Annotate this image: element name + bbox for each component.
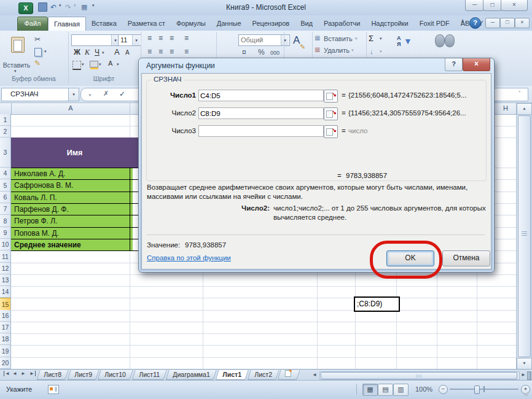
table-header-cell[interactable]: Имя bbox=[11, 138, 146, 168]
row-header[interactable]: 17 bbox=[0, 322, 11, 333]
zoom-slider-thumb[interactable] bbox=[474, 385, 480, 394]
insert-cells-label[interactable]: Вставить bbox=[324, 35, 353, 42]
underline-dropdown-icon[interactable]: ▾ bbox=[102, 50, 104, 55]
macro-record-icon[interactable] bbox=[48, 385, 59, 394]
autosum-icon[interactable]: Σ bbox=[369, 34, 374, 43]
select-all-corner[interactable] bbox=[0, 103, 12, 115]
arg1-range-selector[interactable]: ↘ bbox=[324, 90, 338, 103]
tab-page-layout[interactable]: Разметка ст bbox=[122, 17, 171, 31]
font-color-dropdown-icon[interactable]: ▾ bbox=[117, 62, 119, 67]
tab-addins[interactable]: Надстройки bbox=[366, 17, 413, 31]
vertical-scroll-thumb[interactable] bbox=[518, 115, 531, 357]
sheet-tab[interactable]: Лист9 bbox=[67, 370, 99, 380]
dialog-close-button[interactable]: × bbox=[463, 58, 490, 71]
redo-icon[interactable]: ↷ bbox=[65, 3, 71, 12]
merge-center-icon[interactable]: ≡ bbox=[184, 47, 189, 56]
find-select-icon[interactable] bbox=[435, 34, 457, 49]
view-normal-icon[interactable]: ▦ bbox=[362, 384, 378, 396]
fill-dropdown-icon[interactable]: ▾ bbox=[99, 62, 101, 67]
table-avg-row[interactable]: Среднее значение bbox=[11, 239, 133, 250]
table-row[interactable]: Попова М. Д. bbox=[11, 227, 133, 239]
cancel-entry-icon[interactable]: ✗ bbox=[103, 90, 109, 98]
shrink-font-button[interactable]: А bbox=[125, 49, 130, 56]
orientation-icon[interactable]: ≡ bbox=[184, 34, 189, 42]
row-header[interactable]: 2 bbox=[0, 126, 11, 138]
window-restore-button[interactable]: □ bbox=[483, 0, 502, 11]
copy-dropdown-icon[interactable]: ▾ bbox=[44, 49, 47, 54]
name-box[interactable]: СРЗНАЧ bbox=[1, 88, 77, 101]
row-header[interactable]: 13 bbox=[0, 274, 11, 286]
book-restore-button[interactable]: □ bbox=[500, 18, 515, 28]
align-left-icon[interactable]: ≡ bbox=[147, 47, 152, 56]
grow-font-button[interactable]: А bbox=[114, 47, 120, 56]
scroll-up-icon[interactable]: ▲ bbox=[517, 103, 532, 115]
next-sheet-icon[interactable]: ► bbox=[21, 371, 26, 376]
tab-home[interactable]: Главная bbox=[48, 17, 86, 31]
sheet-tab[interactable]: Лист11 bbox=[131, 370, 166, 380]
font-size-combo[interactable]: 11▾ bbox=[118, 34, 141, 46]
table-row[interactable]: Коваль Л. П. bbox=[11, 192, 133, 203]
tab-split-handle[interactable] bbox=[527, 371, 531, 380]
align-bottom-icon[interactable]: ≡ bbox=[170, 34, 174, 42]
align-center-icon[interactable]: ≡ bbox=[158, 47, 163, 56]
align-top-icon[interactable]: ≡ bbox=[147, 34, 152, 42]
bold-button[interactable]: Ж bbox=[74, 48, 80, 56]
table-row[interactable]: Сафронова В. М. bbox=[11, 179, 133, 192]
font-name-combo[interactable]: ▾ bbox=[71, 34, 120, 46]
row-header[interactable]: 19 bbox=[0, 345, 11, 357]
sort-filter-button[interactable]: А Я ▼ bbox=[396, 33, 419, 58]
column-header-h[interactable]: H bbox=[495, 104, 516, 112]
table-row[interactable]: Николаев А. Д. bbox=[11, 168, 133, 179]
qat-customize-icon[interactable]: ▾ bbox=[92, 3, 95, 8]
align-middle-icon[interactable]: ≡ bbox=[158, 34, 163, 42]
row-header[interactable]: 18 bbox=[0, 333, 11, 345]
book-close-button[interactable]: × bbox=[515, 18, 530, 28]
paste-button[interactable]: Вставить ▾ bbox=[2, 33, 31, 72]
dialog-help-button[interactable]: ? bbox=[445, 58, 463, 71]
insert-cells-icon[interactable]: ▦ bbox=[315, 34, 320, 41]
view-page-layout-icon[interactable]: ▤ bbox=[378, 384, 393, 396]
undo-icon[interactable]: ↶ bbox=[50, 3, 57, 12]
table-row[interactable]: Петров Ф. Л. bbox=[11, 215, 133, 227]
table-row[interactable]: Парфенов Д. Ф. bbox=[11, 203, 133, 215]
insert-dropdown-icon[interactable]: ▾ bbox=[355, 36, 358, 41]
prev-sheet-icon[interactable]: ◄ bbox=[12, 371, 17, 376]
sheet-tab[interactable]: Лист10 bbox=[98, 370, 133, 380]
cut-icon[interactable]: ✂ bbox=[34, 35, 41, 44]
horizontal-scrollbar[interactable]: |||| bbox=[319, 371, 520, 380]
sheet-tab[interactable]: Лист8 bbox=[36, 370, 68, 380]
arg2-range-selector[interactable]: ↘ bbox=[324, 107, 338, 120]
delete-dropdown-icon[interactable]: ▾ bbox=[351, 48, 354, 53]
font-color-button[interactable]: А bbox=[108, 60, 112, 67]
row-header[interactable]: 12 bbox=[0, 263, 11, 274]
borders-dropdown-icon[interactable]: ▾ bbox=[82, 62, 84, 67]
borders-button[interactable] bbox=[72, 61, 81, 70]
row-header[interactable]: 1 bbox=[0, 114, 11, 126]
tab-insert[interactable]: Вставка bbox=[86, 17, 122, 31]
format-painter-icon[interactable]: ✎ bbox=[34, 59, 41, 68]
row-header[interactable]: 5 bbox=[0, 179, 11, 192]
tab-data[interactable]: Данные bbox=[211, 17, 247, 31]
arg1-input[interactable] bbox=[198, 90, 324, 101]
sheet-tab[interactable]: Лист2 bbox=[247, 370, 279, 380]
first-sheet-icon[interactable]: ◄ bbox=[4, 371, 10, 376]
undo-dropdown-icon[interactable]: ▾ bbox=[59, 3, 61, 8]
row-header[interactable]: 8 bbox=[0, 215, 11, 227]
tab-review[interactable]: Рецензиров bbox=[247, 17, 295, 31]
window-minimize-button[interactable]: ─ bbox=[465, 0, 484, 11]
arg3-input[interactable] bbox=[198, 125, 324, 137]
fill-dropdown-icon[interactable]: ▾ bbox=[380, 49, 382, 54]
hscroll-left-icon[interactable]: ◄ bbox=[312, 372, 317, 378]
expand-formula-bar-icon[interactable]: ˇ bbox=[518, 91, 520, 98]
tab-formulas[interactable]: Формулы bbox=[171, 17, 211, 31]
view-page-break-icon[interactable]: ▥ bbox=[393, 384, 409, 396]
book-minimize-button[interactable]: ─ bbox=[485, 18, 500, 28]
autosum-dropdown-icon[interactable]: ▾ bbox=[380, 36, 382, 41]
row-header[interactable]: 16 bbox=[0, 310, 11, 322]
sheet-tab-active[interactable]: Лист1 bbox=[215, 370, 248, 380]
scroll-down-icon[interactable]: ▼ bbox=[517, 358, 532, 370]
function-help-link[interactable]: Справка по этой функции bbox=[147, 254, 231, 261]
confirm-entry-icon[interactable]: ✓ bbox=[119, 90, 125, 98]
window-close-button[interactable]: × bbox=[501, 0, 528, 11]
cancel-button[interactable]: Отмена bbox=[442, 250, 490, 266]
